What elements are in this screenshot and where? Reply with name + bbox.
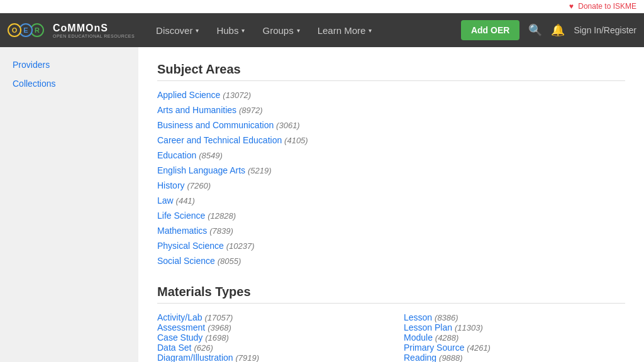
subject-applied-science[interactable]: Applied Science (13072) — [157, 90, 251, 100]
list-item: Career and Technical Education (4105) — [157, 135, 625, 145]
subject-social-science[interactable]: Social Science (8055) — [157, 256, 241, 266]
list-item: Physical Science (10237) — [157, 241, 625, 251]
sign-in-link[interactable]: Sign In/Register — [574, 25, 636, 35]
material-lesson-plan[interactable]: Lesson Plan (11303) — [404, 322, 483, 332]
list-item: Lesson Plan (11303) — [404, 322, 625, 332]
subject-law[interactable]: Law (441) — [157, 195, 195, 206]
nav-actions: Add OER 🔍 🔔 Sign In/Register — [461, 20, 636, 40]
subject-business-comm[interactable]: Business and Communication (3061) — [157, 120, 300, 130]
add-oer-button[interactable]: Add OER — [461, 20, 519, 40]
logo-commons-text: CoMMOnS — [53, 23, 135, 34]
sidebar-item-collections[interactable]: Collections — [13, 79, 126, 89]
logo-text: CoMMOnS OPEN EDUCATIONAL RESOURCES — [53, 23, 135, 38]
sidebar: Providers Collections — [0, 47, 138, 362]
nav-discover[interactable]: Discover ▾ — [147, 13, 208, 47]
list-item: Education (8549) — [157, 150, 625, 160]
material-activity-lab[interactable]: Activity/Lab (17057) — [157, 312, 233, 322]
search-icon[interactable]: 🔍 — [528, 23, 542, 37]
list-item: Diagram/Illustration (7919) — [157, 353, 379, 362]
donate-text[interactable]: Donate to ISKME — [578, 2, 636, 11]
list-item: Reading (9888) — [404, 353, 625, 362]
logo[interactable]: O E R CoMMOnS OPEN EDUCATIONAL RESOURCES — [8, 23, 135, 38]
subject-arts-humanities[interactable]: Arts and Humanities (8972) — [157, 105, 263, 115]
list-item: Primary Source (4261) — [404, 343, 625, 353]
subject-mathematics[interactable]: Mathematics (7839) — [157, 226, 233, 236]
materials-types-section: Materials Types Activity/Lab (17057) Ass… — [157, 285, 625, 362]
subject-life-science[interactable]: Life Science (12828) — [157, 211, 236, 221]
list-item: Assessment (3968) — [157, 322, 379, 332]
subject-areas-title: Subject Areas — [157, 62, 625, 77]
subject-career-tech[interactable]: Career and Technical Education (4105) — [157, 135, 308, 145]
heart-icon: ♥ — [569, 2, 574, 11]
subject-education[interactable]: Education (8549) — [157, 150, 223, 160]
nav-learn-more[interactable]: Learn More ▾ — [309, 13, 381, 47]
subject-english-language[interactable]: English Language Arts (5219) — [157, 165, 272, 175]
material-assessment[interactable]: Assessment (3968) — [157, 322, 231, 332]
material-primary-source[interactable]: Primary Source (4261) — [404, 343, 491, 353]
notification-bell-icon[interactable]: 🔔 — [551, 23, 565, 37]
sidebar-item-providers[interactable]: Providers — [13, 60, 126, 70]
list-item: Life Science (12828) — [157, 211, 625, 221]
list-item: Applied Science (13072) — [157, 90, 625, 100]
list-item: Activity/Lab (17057) — [157, 312, 379, 322]
list-item: History (7260) — [157, 180, 625, 190]
list-item: Mathematics (7839) — [157, 226, 625, 236]
nav-links: Discover ▾ Hubs ▾ Groups ▾ Learn More ▾ — [147, 13, 461, 47]
donate-bar: ♥ Donate to ISKME — [0, 0, 644, 13]
list-item: Law (441) — [157, 195, 625, 206]
list-item: Module (4288) — [404, 332, 625, 343]
material-reading[interactable]: Reading (9888) — [404, 353, 463, 362]
list-item: Lesson (8386) — [404, 312, 625, 322]
materials-grid: Activity/Lab (17057) Assessment (3968) C… — [157, 312, 625, 362]
chevron-down-icon: ▾ — [242, 27, 245, 34]
material-module[interactable]: Module (4288) — [404, 332, 458, 343]
chevron-down-icon: ▾ — [369, 27, 372, 34]
section-divider-2 — [157, 303, 625, 304]
logo-circles: O E R — [8, 23, 42, 37]
materials-left-col: Activity/Lab (17057) Assessment (3968) C… — [157, 312, 379, 362]
subject-list: Applied Science (13072) Arts and Humanit… — [157, 90, 625, 266]
list-item: Business and Communication (3061) — [157, 120, 625, 130]
list-item: English Language Arts (5219) — [157, 165, 625, 175]
logo-o: O — [8, 23, 21, 37]
list-item: Social Science (8055) — [157, 256, 625, 266]
chevron-down-icon: ▾ — [196, 27, 199, 34]
main-container: Providers Collections Subject Areas Appl… — [0, 47, 644, 362]
logo-subtitle: OPEN EDUCATIONAL RESOURCES — [53, 34, 135, 38]
material-diagram[interactable]: Diagram/Illustration (7919) — [157, 353, 259, 362]
materials-types-title: Materials Types — [157, 285, 625, 299]
material-case-study[interactable]: Case Study (1698) — [157, 332, 229, 343]
material-lesson[interactable]: Lesson (8386) — [404, 312, 458, 322]
section-divider — [157, 80, 625, 81]
navbar: O E R CoMMOnS OPEN EDUCATIONAL RESOURCES… — [0, 13, 644, 47]
subject-history[interactable]: History (7260) — [157, 180, 211, 190]
materials-right-col: Lesson (8386) Lesson Plan (11303) Module… — [404, 312, 625, 362]
list-item: Arts and Humanities (8972) — [157, 105, 625, 115]
list-item: Data Set (626) — [157, 343, 379, 353]
chevron-down-icon: ▾ — [297, 27, 300, 34]
subject-areas-section: Subject Areas Applied Science (13072) Ar… — [157, 62, 625, 266]
nav-hubs[interactable]: Hubs ▾ — [208, 13, 253, 47]
list-item: Case Study (1698) — [157, 332, 379, 343]
nav-groups[interactable]: Groups ▾ — [253, 13, 308, 47]
content-area: Subject Areas Applied Science (13072) Ar… — [138, 47, 644, 362]
material-data-set[interactable]: Data Set (626) — [157, 343, 213, 353]
subject-physical-science[interactable]: Physical Science (10237) — [157, 241, 255, 251]
